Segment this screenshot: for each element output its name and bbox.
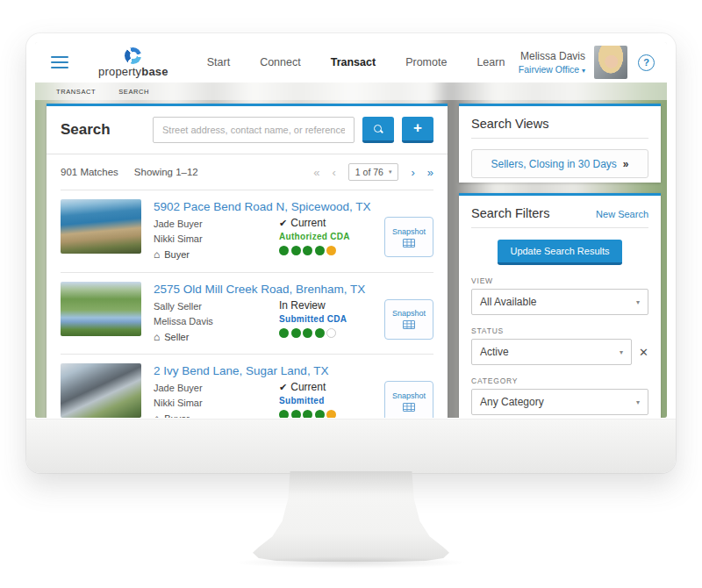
pagination-next[interactable]: › [411,166,414,179]
monitor-chin [26,419,676,473]
listing-row: 2575 Old Mill Creek Road, Brenham, TX Sa… [61,272,433,355]
party-name: Nikki Simar [154,396,279,411]
table-icon [403,320,415,329]
house-icon: ⌂ [154,411,160,418]
search-input[interactable] [153,117,355,143]
breadcrumb-item-search[interactable]: SEARCH [118,88,149,96]
listing-address-link[interactable]: 2575 Old Mill Creek Road, Brenham, TX [154,283,433,296]
filter-label: STATUS [471,326,648,335]
matches-count: 901 Matches [61,167,118,177]
propertybase-logo[interactable]: propertybase [98,47,168,78]
check-icon: ✔ [279,382,287,392]
listing-role: ⌂ Seller [154,329,279,346]
house-icon: ⌂ [154,329,160,346]
listing-row: 2 Ivy Bend Lane, Sugar Land, TX Jade Buy… [61,354,433,418]
search-panel-title: Search [61,121,145,139]
party-name: Jade Buyer [154,381,279,396]
party-name: Melissa Davis [154,314,279,329]
app-header: propertybase StartConnectTransactPromote… [35,42,667,82]
filter-select-status[interactable]: Active ▾ [471,339,632,365]
search-button[interactable] [362,117,394,143]
progress-dot [291,410,301,418]
plus-icon: + [413,120,422,135]
listing-role: ⌂ Buyer [154,247,279,263]
snapshot-button[interactable]: Snapshot [384,217,433,257]
listing-status: ✔Current [279,217,377,229]
progress-dots [279,246,377,255]
listing-status-block: ✔Current Authorized CDA [279,217,377,263]
progress-dot [279,328,289,338]
double-chevron-right-icon: » [623,158,629,170]
chevron-down-icon: ▾ [620,348,623,356]
listing-status-block: ✔Current Submitted [279,381,377,418]
search-filters-panel: Search Filters New Search Update Search … [459,193,661,418]
property-photo[interactable] [61,199,141,254]
saved-view-button[interactable]: Sellers, Closing in 30 Days » [471,149,648,178]
filter-group: STATUS Active ▾ ✕ [471,326,648,365]
filter-list: VIEW All Available ▾ STATUS Active ▾ ✕ C… [471,276,648,418]
nav-item-start[interactable]: Start [207,56,230,68]
pagination-last[interactable]: » [427,166,433,179]
propertybase-logo-text: propertybase [98,65,168,78]
filter-label: VIEW [471,276,648,285]
snapshot-button[interactable]: Snapshot [384,381,433,418]
user-name: Melissa Davis [519,49,585,63]
breadcrumb-item-transact[interactable]: TRANSACT [56,88,96,96]
help-icon[interactable]: ? [638,54,655,71]
add-button[interactable]: + [402,117,433,143]
chevron-down-icon: ▾ [636,398,640,406]
listing-address-link[interactable]: 5902 Pace Bend Road N, Spicewood, TX [154,200,433,213]
search-views-title: Search Views [471,117,548,131]
search-bar: Search + [61,117,433,143]
nav-item-promote[interactable]: Promote [405,56,447,68]
filter-select-view[interactable]: All Available ▾ [471,289,648,315]
progress-dot [315,328,325,338]
page-selector[interactable]: 1 of 76 ▾ [348,163,399,181]
progress-dots [279,410,377,418]
filter-group: CATEGORY Any Category ▾ [471,376,648,415]
listing-parties: Jade Buyer Nikki Simar ⌂ Buyer [154,381,279,418]
progress-dot [303,410,312,418]
nav-item-transact[interactable]: Transact [331,56,376,68]
house-icon: ⌂ [154,247,160,263]
showing-range: Showing 1–12 [134,167,198,177]
pagination-first[interactable]: « [313,166,319,179]
monitor-shadow [233,556,469,569]
filter-label: CATEGORY [471,376,648,385]
content-area: Search + 901 Matches Showing 1–12 « ‹ 1 … [35,100,667,418]
monitor-frame: propertybase StartConnectTransactPromote… [26,33,676,473]
chevron-down-icon: ▾ [636,298,640,306]
table-icon [403,403,415,412]
progress-dot [326,328,336,338]
nav-item-connect[interactable]: Connect [260,56,301,68]
nav-item-learn[interactable]: Learn [476,56,505,68]
new-search-link[interactable]: New Search [596,209,648,219]
filter-select-category[interactable]: Any Category ▾ [471,389,648,415]
listing-role: ⌂ Buyer [154,411,279,418]
listing-list: 5902 Pace Bend Road N, Spicewood, TX Jad… [61,190,433,418]
progress-dot [279,410,289,418]
listing-cda-status: Authorized CDA [279,232,377,241]
avatar[interactable] [594,46,627,79]
property-photo[interactable] [61,363,141,418]
divider [471,227,648,228]
hamburger-menu-icon[interactable] [51,53,68,72]
breadcrumb: TRANSACTSEARCH [35,82,667,100]
update-search-results-button[interactable]: Update Search Results [498,240,621,265]
progress-dot [326,246,336,255]
listing-row: 5902 Pace Bend Road N, Spicewood, TX Jad… [61,190,433,272]
pagination-prev[interactable]: ‹ [332,166,335,179]
property-photo[interactable] [61,282,141,336]
listing-address-link[interactable]: 2 Ivy Bend Lane, Sugar Land, TX [154,364,433,377]
progress-dot [291,328,301,338]
user-block: Melissa Davis Fairview Office ▾ [519,49,585,76]
listing-status: ✔In Review [279,299,377,312]
listing-status: ✔Current [279,381,377,393]
office-selector[interactable]: Fairview Office ▾ [519,63,585,76]
chevron-down-icon: ▾ [582,67,585,75]
listing-parties: Jade Buyer Nikki Simar ⌂ Buyer [154,217,279,263]
clear-filter-icon[interactable]: ✕ [639,347,648,358]
progress-dot [303,328,312,338]
progress-dot [279,246,289,255]
snapshot-button[interactable]: Snapshot [384,299,433,340]
